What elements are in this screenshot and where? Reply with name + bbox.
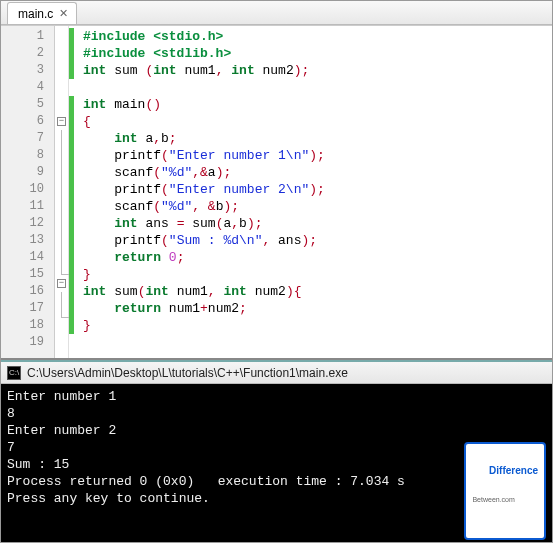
fold-minus-icon[interactable]: − [57, 279, 66, 288]
code-line[interactable]: printf("Sum : %d\n", ans); [83, 232, 552, 249]
code-line[interactable]: return num1+num2; [83, 300, 552, 317]
fold-cell [55, 318, 68, 335]
fold-cell [55, 62, 68, 79]
tab-bar: main.c ✕ [1, 1, 552, 25]
fold-cell[interactable]: − [55, 275, 68, 292]
line-number: 9 [1, 164, 54, 181]
code-line[interactable]: printf("Enter number 2\n"); [83, 181, 552, 198]
code-area[interactable]: 12345678910111213141516171819 −− #includ… [1, 25, 552, 358]
line-number: 12 [1, 215, 54, 232]
line-number: 1 [1, 28, 54, 45]
fold-cell [61, 292, 69, 309]
fold-cell [55, 79, 68, 96]
code-line[interactable]: scanf("%d", &b); [83, 198, 552, 215]
line-number: 15 [1, 266, 54, 283]
line-number: 7 [1, 130, 54, 147]
fold-cell [61, 309, 69, 318]
close-icon[interactable]: ✕ [59, 7, 68, 20]
line-number: 5 [1, 96, 54, 113]
fold-cell [55, 96, 68, 113]
line-number-gutter: 12345678910111213141516171819 [1, 26, 55, 358]
fold-cell [61, 266, 69, 275]
console-line: 8 [7, 405, 546, 422]
editor-pane: main.c ✕ 12345678910111213141516171819 −… [1, 1, 552, 360]
line-number: 2 [1, 45, 54, 62]
console-pane: C:\ C:\Users\Admin\Desktop\L\tutorials\C… [1, 360, 552, 543]
line-number: 17 [1, 300, 54, 317]
watermark-bottom: Between.com [472, 496, 538, 503]
fold-column[interactable]: −− [55, 26, 69, 358]
code-line[interactable] [83, 79, 552, 96]
line-number: 14 [1, 249, 54, 266]
fold-cell [61, 164, 69, 181]
fold-cell [61, 198, 69, 215]
fold-cell [55, 45, 68, 62]
code-line[interactable] [83, 334, 552, 351]
fold-minus-icon[interactable]: − [57, 117, 66, 126]
fold-cell [61, 215, 69, 232]
fold-cell [61, 249, 69, 266]
fold-cell [55, 28, 68, 45]
tab-main-c[interactable]: main.c ✕ [7, 2, 77, 24]
code-line[interactable]: } [83, 266, 552, 283]
code-line[interactable]: return 0; [83, 249, 552, 266]
code-line[interactable]: printf("Enter number 1\n"); [83, 147, 552, 164]
console-output[interactable]: Enter number 18Enter number 27Sum : 15Pr… [1, 384, 552, 543]
line-number: 3 [1, 62, 54, 79]
fold-cell[interactable]: − [55, 113, 68, 130]
line-number: 13 [1, 232, 54, 249]
fold-cell [61, 181, 69, 198]
fold-cell [61, 147, 69, 164]
code-line[interactable]: { [83, 113, 552, 130]
code-line[interactable]: int sum(int num1, int num2){ [83, 283, 552, 300]
console-title-text: C:\Users\Admin\Desktop\L\tutorials\C++\F… [27, 366, 348, 380]
code-line[interactable]: #include <stdio.h> [83, 28, 552, 45]
watermark-top: Difference [489, 465, 538, 476]
console-line: Enter number 2 [7, 422, 546, 439]
terminal-icon: C:\ [7, 366, 21, 380]
fold-cell [61, 130, 69, 147]
code-line[interactable]: scanf("%d",&a); [83, 164, 552, 181]
code-line[interactable]: } [83, 317, 552, 334]
line-number: 11 [1, 198, 54, 215]
code-line[interactable]: int main() [83, 96, 552, 113]
line-number: 8 [1, 147, 54, 164]
code-line[interactable]: #include <stdlib.h> [83, 45, 552, 62]
console-titlebar: C:\ C:\Users\Admin\Desktop\L\tutorials\C… [1, 362, 552, 384]
line-number: 4 [1, 79, 54, 96]
code-line[interactable]: int ans = sum(a,b); [83, 215, 552, 232]
line-number: 16 [1, 283, 54, 300]
code-text[interactable]: #include <stdio.h>#include <stdlib.h>int… [75, 26, 552, 358]
console-line: Enter number 1 [7, 388, 546, 405]
line-number: 10 [1, 181, 54, 198]
code-line[interactable]: int sum (int num1, int num2); [83, 62, 552, 79]
watermark-badge: Difference Between.com [464, 442, 546, 540]
line-number: 19 [1, 334, 54, 351]
code-line[interactable]: int a,b; [83, 130, 552, 147]
tab-label: main.c [18, 7, 53, 21]
line-number: 6 [1, 113, 54, 130]
fold-cell [61, 232, 69, 249]
line-number: 18 [1, 317, 54, 334]
